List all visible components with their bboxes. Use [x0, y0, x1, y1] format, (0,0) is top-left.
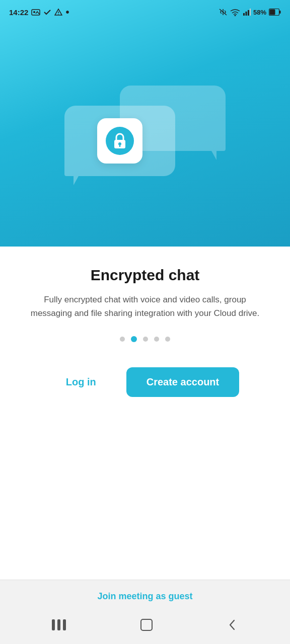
time-text: 14:22 [9, 8, 28, 17]
login-button[interactable]: Log in [51, 367, 111, 397]
action-buttons: Log in Create account [15, 367, 275, 397]
back-icon [227, 618, 238, 631]
join-guest-link[interactable]: Join meeting as guest [97, 591, 192, 602]
page-title: Encrypted chat [91, 267, 200, 284]
lock-square [97, 118, 142, 164]
status-bar: 14:22 • 58% [0, 0, 290, 24]
lock-circle [106, 127, 134, 155]
svg-rect-0 [32, 10, 40, 15]
status-right-icons: 58% [219, 8, 281, 16]
svg-rect-17 [141, 619, 152, 630]
recent-apps-button[interactable] [52, 619, 66, 630]
svg-rect-10 [250, 9, 251, 16]
chat-bubble-front [64, 106, 175, 176]
create-account-button[interactable]: Create account [126, 367, 240, 397]
status-time: 14:22 • [9, 7, 69, 18]
notification-dot: • [65, 7, 69, 18]
dot-5[interactable] [165, 337, 170, 342]
hero-illustration [64, 75, 226, 186]
wifi-icon [230, 8, 240, 16]
svg-point-6 [234, 15, 236, 17]
pagination-dots [120, 336, 170, 342]
svg-point-1 [33, 11, 35, 13]
svg-rect-12 [270, 10, 275, 15]
svg-rect-7 [243, 13, 245, 16]
svg-point-4 [58, 14, 59, 15]
gallery-icon [31, 8, 40, 16]
content-section: Encrypted chat Fully encrypted chat with… [0, 247, 290, 580]
svg-point-15 [118, 142, 121, 145]
svg-rect-9 [248, 10, 249, 16]
hero-section [0, 0, 290, 247]
warning-icon [54, 8, 62, 16]
android-nav-bar [0, 611, 290, 639]
dot-3[interactable] [143, 337, 148, 342]
dot-2[interactable] [131, 336, 137, 342]
lock-icon [112, 132, 127, 149]
battery-text: 58% [253, 9, 266, 16]
dot-4[interactable] [154, 337, 159, 342]
svg-rect-8 [245, 12, 247, 16]
home-button[interactable] [140, 618, 153, 631]
signal-icon [243, 8, 251, 16]
home-icon [140, 618, 153, 631]
back-button[interactable] [227, 618, 238, 631]
dot-1[interactable] [120, 337, 125, 342]
check-icon [43, 8, 51, 16]
svg-rect-13 [279, 11, 281, 14]
battery-icon [269, 9, 281, 16]
mute-icon [219, 8, 228, 16]
page-description: Fully encrypted chat with voice and vide… [29, 293, 261, 320]
bottom-bar: Join meeting as guest [0, 580, 290, 644]
